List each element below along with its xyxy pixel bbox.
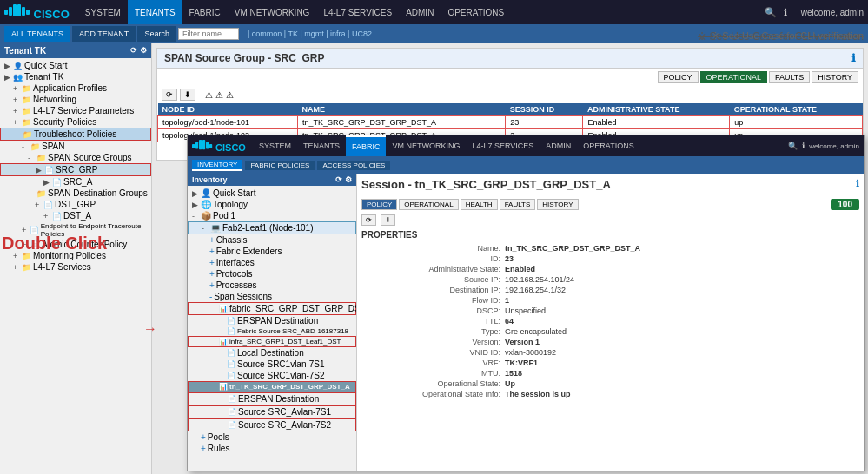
policy-tab[interactable]: POLICY	[658, 71, 699, 83]
tree-troubleshoot[interactable]: - 📁 Troubleshoot Policies	[0, 128, 151, 141]
prop-flow-id: Flow ID: 1	[361, 295, 859, 306]
win2-refresh-btn[interactable]: ⟳	[361, 214, 376, 226]
win2-tree-tn-tk-session[interactable]: 📊tn_TK_SRC_GRP_DST_GRP_DST_A	[188, 381, 356, 392]
win2-tree: ▶👤Quick Start ▶🌐Topology -📦Pod 1 - 💻 Fab…	[188, 186, 356, 465]
win2-tree-fab2-leaf1[interactable]: - 💻 Fab2-Leaf1 (Node-101)	[188, 221, 356, 234]
tree-security[interactable]: + 📁 Security Policies	[0, 116, 151, 128]
search-icon[interactable]: 🔍	[765, 7, 777, 18]
win2-tree-quickstart[interactable]: ▶👤Quick Start	[188, 188, 356, 199]
win2-inventory-btn[interactable]: INVENTORY	[192, 160, 242, 171]
win2-nav-system[interactable]: SYSTEM	[253, 135, 297, 156]
win2-tree-chassis[interactable]: +Chassis	[188, 234, 356, 246]
win2-tree-fabric-src-grp[interactable]: 📊fabric_SRC_GRP_DST_GRP_DST_A	[188, 302, 356, 315]
tree-quick-start[interactable]: ▶ 👤 Quick Start	[0, 60, 151, 71]
faults-tab[interactable]: FAULTS	[769, 71, 810, 83]
win2-panel-icon2[interactable]: ⚙	[345, 175, 352, 184]
search-button[interactable]: Search	[137, 26, 176, 42]
tree-app-profiles[interactable]: + 📁 Application Profiles	[0, 82, 151, 94]
win2-tree-local-dest[interactable]: 📄Local Destination	[188, 347, 356, 359]
win2-nav-vm[interactable]: VM NETWORKING	[386, 135, 466, 156]
prop-type: Type: Gre encapsulated	[361, 326, 859, 337]
win2-panel-icon1[interactable]: ⟳	[335, 175, 342, 184]
nav-tenants[interactable]: TENANTS	[128, 0, 182, 24]
win2-nav-tenants[interactable]: TENANTS	[297, 135, 346, 156]
win2-history-tab[interactable]: HISTORY	[537, 199, 578, 210]
cisco-logo: CISCO	[4, 4, 70, 21]
win2-tree-erspan-dest1[interactable]: 📄ERSPAN Destination	[188, 315, 356, 326]
all-tenants-button[interactable]: ALL TENANTS	[4, 26, 70, 42]
col-op-state: OPERATIONAL STATE	[730, 103, 863, 116]
table-row[interactable]: topology/pod-1/node-101 tn_TK_SRC_GRP_DS…	[158, 116, 863, 129]
win2-access-policies-btn[interactable]: ACCESS POLICIES	[317, 161, 390, 170]
tree-src-a[interactable]: ▶ 📄 SRC_A	[0, 176, 151, 188]
win2-tree-src1-vlan-7s1[interactable]: 📄Source SRC1vlan-7S1	[188, 359, 356, 370]
prop-mtu: MTU: 1518	[361, 368, 859, 379]
svg-rect-8	[199, 140, 202, 149]
win2-operational-tab[interactable]: OPERATIONAL	[399, 199, 458, 210]
win2-fabric-policies-btn[interactable]: FABRIC POLICIES	[245, 161, 315, 170]
refresh-action[interactable]: ⟳	[162, 89, 177, 101]
nav-operations[interactable]: OPERATIONS	[441, 0, 511, 24]
span-title-bar: SPAN Source Group - SRC_GRP ℹ	[157, 49, 863, 69]
nav-system[interactable]: SYSTEM	[78, 0, 128, 24]
tree-dst-a[interactable]: + 📄 DST_A	[0, 210, 151, 221]
win2-search-icon[interactable]: 🔍	[788, 142, 798, 150]
win2-tree-infra-src[interactable]: 📊infra_SRC_GRP1_DST_Leaf1_DST	[188, 336, 356, 347]
panel-refresh-icon[interactable]: ⟳	[130, 46, 137, 56]
properties-title: PROPERTIES	[361, 230, 859, 240]
tree-span-dest-groups[interactable]: - 📁 SPAN Destination Groups	[0, 188, 151, 199]
win2-download-btn[interactable]: ⬇	[381, 214, 395, 226]
search-input[interactable]	[178, 28, 239, 40]
nav-fabric[interactable]: FABRIC	[182, 0, 228, 24]
win2-tree-interfaces[interactable]: +Interfaces	[188, 257, 356, 268]
svg-rect-2	[13, 4, 17, 16]
info-icon: ℹ	[784, 7, 787, 18]
win2-nav-fabric[interactable]: FABRIC	[346, 135, 387, 156]
win2-tree-src-avlan-7s1[interactable]: 📄Source SRC_Avlan-7S1	[188, 405, 356, 418]
table-actions: ⟳ ⬇ ⚠ ⚠ ⚠	[157, 86, 863, 103]
win2-nav-admin[interactable]: ADMIN	[540, 135, 577, 156]
win2-welcome: welcome, admin	[809, 142, 859, 150]
win2-tree-span-sessions[interactable]: -Span Sessions	[188, 291, 356, 302]
nav-l4l7[interactable]: L4-L7 SERVICES	[316, 0, 399, 24]
win2-nav-operations[interactable]: OPERATIONS	[577, 135, 639, 156]
win2-tree-rules[interactable]: +Rules	[188, 443, 356, 454]
operational-tab[interactable]: OPERATIONAL	[700, 71, 767, 83]
nav-admin[interactable]: ADMIN	[399, 0, 441, 24]
download-action[interactable]: ⬇	[180, 89, 195, 101]
win2-nav-l4l7[interactable]: L4-L7 SERVICES	[466, 135, 540, 156]
tree-span-source-groups[interactable]: - 📁 SPAN Source Groups	[0, 152, 151, 163]
win2-tree-fabric-ext[interactable]: +Fabric Extenders	[188, 246, 356, 257]
session-badge: 100	[831, 199, 859, 210]
tree-dst-grp[interactable]: + 📄 DST_GRP	[0, 199, 151, 210]
win2-health-tab[interactable]: HEALTH	[461, 199, 498, 210]
svg-rect-4	[22, 7, 25, 16]
win2-tree-pools[interactable]: +Pools	[188, 431, 356, 443]
tree-l4l7-services[interactable]: + 📁 L4-L7 Services	[0, 261, 151, 273]
prop-dscp: DSCP: Unspecified	[361, 306, 859, 316]
cli-note-text: ※ See Use Case for CLI verification	[712, 30, 864, 42]
panel-header: Tenant TK ⟳ ⚙	[0, 43, 151, 58]
nav-vm-networking[interactable]: VM NETWORKING	[228, 0, 317, 24]
panel-settings-icon[interactable]: ⚙	[140, 46, 147, 56]
win2-tree-src-avlan-7s2[interactable]: 📄Source SRC_Avlan-7S2	[188, 418, 356, 431]
breadcrumb: | common | TK | mgmt | infra | UC82	[248, 30, 372, 38]
add-tenant-button[interactable]: ADD TENANT	[72, 26, 136, 42]
win2-tree-src1-vlan-7s2[interactable]: 📄Source SRC1vlan-7S2	[188, 370, 356, 381]
tree-l4l7-params[interactable]: + 📁 L4-L7 Service Parameters	[0, 105, 151, 116]
win2-tree-processes[interactable]: +Processes	[188, 280, 356, 291]
win2-faults-tab[interactable]: FAULTS	[500, 199, 536, 210]
tree-tenant-tk[interactable]: ▶ 👥 Tenant TK	[0, 71, 151, 82]
win2-tree-protocols[interactable]: +Protocols	[188, 268, 356, 280]
prop-id: ID: 23	[361, 253, 859, 264]
tree-networking[interactable]: + 📁 Networking	[0, 94, 151, 105]
tree-span[interactable]: - 📁 SPAN	[0, 141, 151, 152]
tree-src-grp[interactable]: ▶ 📄 SRC_GRP	[0, 163, 151, 176]
nav-welcome: welcome, admin	[801, 8, 864, 17]
win2-tree-erspan-dest2[interactable]: 📄ERSPAN Destination	[188, 392, 356, 405]
win2-policy-tab[interactable]: POLICY	[361, 199, 397, 210]
win2-tree-topology[interactable]: ▶🌐Topology	[188, 199, 356, 210]
win2-tree-fabric-src-abd[interactable]: 📄Fabric Source SRC_ABD-16187318	[188, 326, 356, 336]
history-tab[interactable]: HISTORY	[812, 71, 858, 83]
win2-tree-pod1[interactable]: -📦Pod 1	[188, 210, 356, 221]
